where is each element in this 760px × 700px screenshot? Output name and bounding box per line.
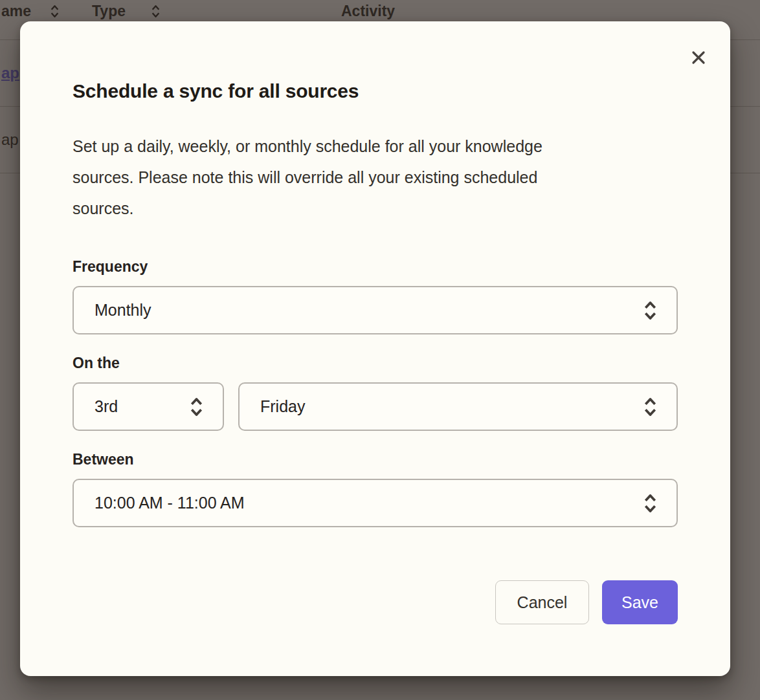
save-button[interactable]: Save [602, 580, 678, 624]
on-the-select-row: 3rd Friday [73, 382, 678, 431]
cancel-button[interactable]: Cancel [495, 580, 589, 624]
description-line: sources. Please note this will override … [73, 162, 678, 193]
schedule-sync-dialog: Schedule a sync for all sources Set up a… [20, 21, 730, 676]
close-button[interactable] [684, 43, 713, 72]
on-the-field-group: On the 3rd Friday [73, 353, 678, 431]
frequency-select[interactable]: Monthly [73, 286, 678, 334]
time-range-select-value: 10:00 AM - 11:00 AM [95, 494, 245, 512]
frequency-select-value: Monthly [95, 301, 151, 320]
chevron-up-down-icon [643, 395, 658, 419]
between-field-group: Between 10:00 AM - 11:00 AM [73, 449, 678, 527]
frequency-label: Frequency [73, 256, 678, 277]
on-the-label: On the [73, 353, 678, 373]
between-label: Between [73, 449, 678, 470]
description-line: Set up a daily, weekly, or monthly sched… [73, 131, 678, 162]
dialog-description: Set up a daily, weekly, or monthly sched… [73, 131, 678, 224]
ordinal-select-value: 3rd [95, 397, 118, 416]
dialog-actions: Cancel Save [73, 580, 678, 624]
dialog-title: Schedule a sync for all sources [73, 76, 678, 106]
frequency-field-group: Frequency Monthly [73, 256, 678, 334]
chevron-up-down-icon [643, 299, 658, 322]
weekday-select-value: Friday [260, 397, 305, 416]
close-icon [689, 49, 708, 67]
weekday-select[interactable]: Friday [238, 382, 678, 431]
chevron-up-down-icon [189, 395, 204, 419]
ordinal-select[interactable]: 3rd [73, 382, 224, 431]
screen: ame Type Activity ap ap Schedule a [0, 0, 760, 700]
time-range-select[interactable]: 10:00 AM - 11:00 AM [73, 479, 678, 527]
chevron-up-down-icon [643, 492, 658, 515]
description-line: sources. [73, 193, 678, 224]
